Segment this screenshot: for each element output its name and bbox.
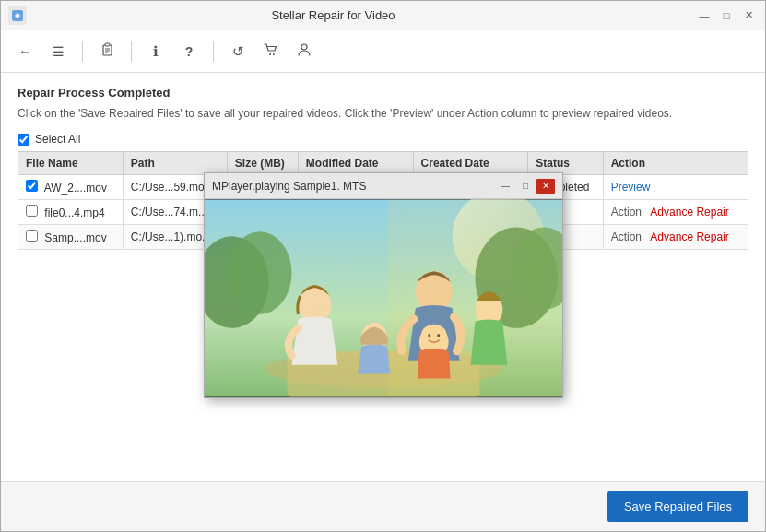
toolbar: ← ☰ ℹ ? ↺ [1,30,765,73]
row2-action-label: Action [611,206,642,219]
row3-checkbox[interactable] [26,230,38,242]
media-minimize-button[interactable]: — [496,179,514,194]
table-header-row: File Name Path Size (MB) Modified Date C… [18,152,748,175]
cart-icon [264,42,278,60]
main-content: Repair Process Completed Click on the 'S… [1,73,765,481]
info-icon: ℹ [153,43,159,60]
preview-link-row1[interactable]: Preview [611,181,651,194]
row3-action-label: Action [611,231,642,243]
footer: Save Repaired Files [1,481,765,531]
status-description: Click on the 'Save Repaired Files' to sa… [18,105,681,122]
info-button[interactable]: ℹ [143,39,169,65]
col-header-created: Created Date [413,152,528,175]
app-icon [8,6,27,25]
row3-filename: Samp....mov [18,225,124,250]
title-bar: Stellar Repair for Video — □ ✕ [1,1,765,30]
back-icon: ← [18,44,31,59]
row1-action: Preview [603,175,748,200]
svg-point-8 [301,44,307,50]
col-header-action: Action [603,152,748,175]
refresh-icon: ↺ [232,43,244,60]
row1-checkbox[interactable] [26,180,38,192]
select-all-checkbox[interactable] [18,134,29,146]
col-header-modified: Modified Date [298,152,413,175]
user-button[interactable] [291,39,317,65]
toolbar-separator-2 [131,41,132,62]
back-button[interactable]: ← [12,39,38,65]
col-header-filename: File Name [18,152,124,175]
row3-action: Action Advance Repair [603,225,748,250]
media-player-popup: MPlayer.playing Sample1. MTS — □ ✕ [204,172,563,398]
row2-checkbox[interactable] [26,205,38,217]
media-close-button[interactable]: ✕ [536,179,555,194]
svg-rect-29 [388,200,562,397]
row2-action: Action Advance Repair [603,200,748,225]
media-maximize-button[interactable]: □ [516,179,535,194]
col-header-path: Path [123,152,227,175]
row2-filename: file0...4.mp4 [18,200,124,225]
status-title: Repair Process Completed [18,86,748,100]
media-video-area [205,199,562,397]
media-window-controls: — □ ✕ [496,179,555,194]
family-photo [205,199,562,397]
col-header-size: Size (MB) [227,152,298,175]
svg-rect-2 [105,43,110,46]
window-title: Stellar Repair for Video [27,8,640,22]
col-header-status: Status [528,152,603,175]
select-all-label[interactable]: Select All [35,133,80,146]
toolbar-separator-3 [213,41,214,62]
media-title-bar: MPlayer.playing Sample1. MTS — □ ✕ [205,173,562,199]
svg-point-7 [273,53,275,55]
toolbar-separator-1 [82,41,83,62]
help-button[interactable]: ? [176,39,202,65]
svg-point-6 [269,53,271,55]
refresh-button[interactable]: ↺ [225,39,251,65]
main-window: Stellar Repair for Video — □ ✕ ← ☰ [0,0,766,532]
help-icon: ? [185,44,194,59]
media-player-title: MPlayer.playing Sample1. MTS [212,180,366,193]
cart-button[interactable] [258,39,284,65]
save-repaired-files-button[interactable]: Save Repaired Files [607,491,748,522]
window-controls: — □ ✕ [695,8,758,23]
row1-filename: AW_2....mov [18,175,124,200]
clipboard-button[interactable] [94,39,120,65]
maximize-button[interactable]: □ [717,8,736,23]
menu-button[interactable]: ☰ [45,39,71,65]
select-all-row: Select All [18,133,748,146]
advance-repair-link-row3[interactable]: Advance Repair [650,231,728,243]
close-button[interactable]: ✕ [739,8,758,23]
advance-repair-link-row2[interactable]: Advance Repair [650,206,728,219]
title-bar-left [8,6,27,25]
clipboard-icon [100,42,114,60]
menu-icon: ☰ [53,44,65,59]
user-icon [297,42,312,60]
minimize-button[interactable]: — [695,8,713,23]
